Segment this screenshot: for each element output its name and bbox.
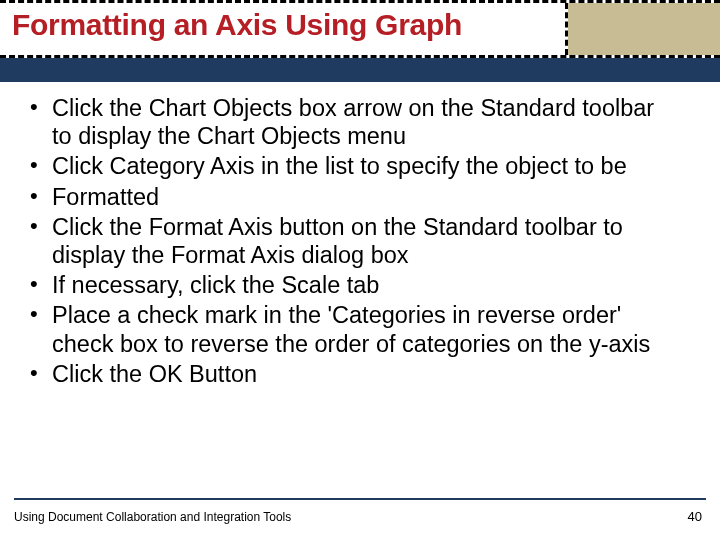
- list-item: Click Category Axis in the list to speci…: [22, 152, 680, 180]
- slide-title: Formatting an Axis Using Graph: [12, 8, 462, 42]
- footer-divider: [14, 498, 706, 500]
- list-item: Click the Format Axis button on the Stan…: [22, 213, 680, 269]
- page-number: 40: [688, 509, 702, 524]
- footer-text: Using Document Collaboration and Integra…: [14, 510, 291, 524]
- accent-band: [0, 58, 720, 82]
- list-item: Click the OK Button: [22, 360, 680, 388]
- content-area: Click the Chart Objects box arrow on the…: [22, 94, 680, 390]
- list-item: Click the Chart Objects box arrow on the…: [22, 94, 680, 150]
- list-item: If necessary, click the Scale tab: [22, 271, 680, 299]
- bullet-list: Click the Chart Objects box arrow on the…: [22, 94, 680, 388]
- list-item: Place a check mark in the 'Categories in…: [22, 301, 680, 357]
- list-item: Formatted: [22, 183, 680, 211]
